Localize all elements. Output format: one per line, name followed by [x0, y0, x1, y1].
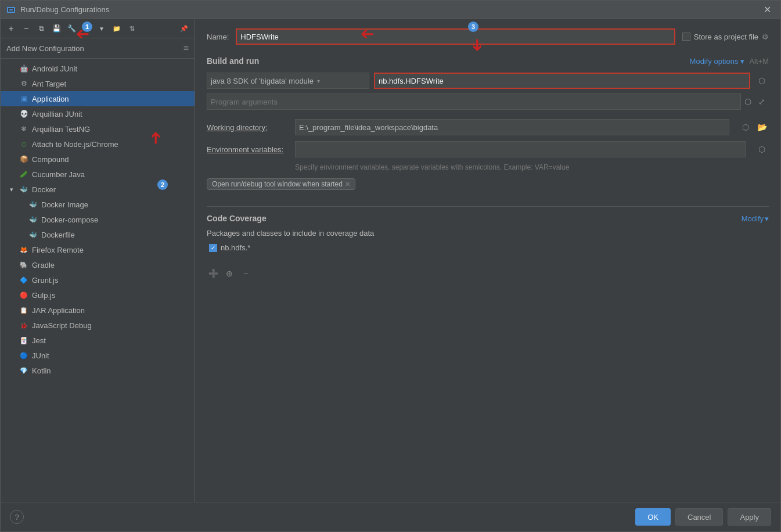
coverage-toolbar: ➕ ⊕ −	[207, 267, 769, 280]
cucumber-java-icon: 🥒	[19, 170, 28, 179]
javascript-debug-icon: 🐞	[19, 321, 28, 330]
open-folder-button[interactable]: 📁	[110, 21, 124, 35]
docker-compose-label: Docker-compose	[41, 215, 98, 224]
docker-expand-arrow[interactable]: ▾	[10, 186, 19, 193]
store-settings-gear-icon[interactable]: ⚙	[762, 33, 769, 41]
coverage-modify-chevron-icon: ▾	[765, 214, 769, 223]
working-dir-label[interactable]: Working directory:	[207, 123, 288, 132]
down-icon: ▼	[99, 26, 105, 32]
docker-icon: 🐳	[19, 185, 28, 194]
coverage-modify-button[interactable]: Modify ▾	[742, 214, 769, 223]
close-tag-button[interactable]: ✕	[345, 181, 350, 188]
sidebar-item-arquillian-junit[interactable]: 💀 Arquillian JUnit	[1, 106, 195, 121]
expand-args-icon: ⬡	[744, 97, 751, 106]
coverage-subtitle: Packages and classes to include in cover…	[207, 229, 769, 238]
sort-icon: ⇅	[129, 25, 135, 33]
help-icon: ?	[15, 513, 19, 522]
sidebar-item-jest[interactable]: 🃏 Jest	[1, 333, 195, 348]
modify-options-shortcut: Alt+M	[749, 57, 769, 66]
run-debug-dialog: Run/Debug Configurations ✕ + − ⧉ 💾	[0, 0, 781, 532]
copy-configuration-button[interactable]: ⧉	[34, 21, 48, 35]
add-coverage-item-button[interactable]: ➕	[207, 267, 219, 280]
sidebar-item-arquillian-testng[interactable]: ❄ Arquillian TestNG	[1, 121, 195, 136]
sidebar-item-kotlin[interactable]: 💎 Kotlin	[1, 363, 195, 378]
move-down-button[interactable]: ▼	[95, 21, 109, 35]
name-row: Name: Store as project file ⚙	[207, 28, 769, 45]
macro-icon: ⬡	[742, 123, 749, 132]
grunt-js-label: Grunt.js	[32, 276, 59, 285]
working-dir-row: Working directory: ⬡ 📂	[207, 119, 769, 135]
header-menu-icon[interactable]: ≡	[183, 43, 189, 53]
expand-args-button[interactable]: ⬡	[741, 95, 755, 109]
modify-options-button[interactable]: Modify options ▾ Alt+M	[690, 57, 769, 66]
add-coverage-class-button[interactable]: ⊕	[223, 267, 236, 280]
working-dir-macro-button[interactable]: ⬡	[739, 120, 753, 134]
badge-1: 1	[82, 21, 92, 32]
sidebar-item-application[interactable]: ▣ Application	[1, 91, 195, 106]
env-vars-expand-button[interactable]: ⬡	[755, 142, 769, 156]
sidebar-item-gulp-js[interactable]: 🔴 Gulp.js	[1, 287, 195, 303]
sdk-selector[interactable]: java 8 SDK of 'bigdata' module ▾	[207, 73, 369, 89]
plus-icon: +	[9, 24, 13, 33]
sdk-dropdown-arrow-icon: ▾	[317, 78, 320, 84]
modify-options-chevron-icon: ▾	[740, 57, 744, 66]
sidebar-item-android-junit[interactable]: 🤖 Android JUnit	[1, 61, 195, 76]
sidebar-item-docker-image[interactable]: 🐳 Docker Image	[1, 197, 195, 212]
title-bar: Run/Debug Configurations ✕	[1, 1, 780, 19]
working-dir-input[interactable]	[295, 119, 729, 135]
sidebar-item-compound[interactable]: 📦 Compound	[1, 152, 195, 167]
coverage-modify-label: Modify	[742, 214, 764, 223]
sidebar-item-junit[interactable]: 🔵 JUnit	[1, 348, 195, 363]
attach-node-label: Attach to Node.js/Chrome	[32, 140, 118, 149]
grunt-js-icon: 🔷	[19, 275, 28, 285]
arquillian-junit-icon: 💀	[19, 109, 28, 118]
close-button[interactable]: ✕	[760, 3, 775, 16]
sdk-value: java 8 SDK of 'bigdata' module	[211, 77, 314, 85]
sidebar-item-gradle[interactable]: 🐘 Gradle	[1, 257, 195, 272]
pin-button[interactable]: 📌	[177, 21, 191, 35]
sidebar-item-jar-application[interactable]: 📋 JAR Application	[1, 303, 195, 318]
sidebar-item-cucumber-java[interactable]: 🥒 Cucumber Java	[1, 167, 195, 182]
add-configuration-button[interactable]: +	[4, 21, 18, 35]
ok-button[interactable]: OK	[635, 508, 671, 526]
cancel-button[interactable]: Cancel	[675, 508, 723, 526]
jar-application-icon: 📋	[19, 305, 28, 315]
sidebar-item-javascript-debug[interactable]: 🐞 JavaScript Debug	[1, 318, 195, 333]
save-configuration-button[interactable]: 💾	[49, 21, 63, 35]
kotlin-icon: 💎	[19, 366, 28, 375]
apply-button[interactable]: Apply	[728, 508, 771, 526]
dialog-title: Run/Debug Configurations	[20, 5, 760, 14]
code-coverage-title: Code Coverage	[207, 214, 267, 223]
sort-button[interactable]: ⇅	[125, 21, 139, 35]
wrench-button[interactable]: 🔧	[64, 21, 78, 35]
working-dir-folder-button[interactable]: 📂	[755, 120, 769, 134]
bottom-actions: OK Cancel Apply	[635, 508, 771, 526]
open-args-fullscreen-button[interactable]: ⤢	[755, 95, 769, 109]
sidebar-item-grunt-js[interactable]: 🔷 Grunt.js	[1, 272, 195, 287]
coverage-checkbox-nbhdfs[interactable]: ✓	[209, 244, 217, 252]
badge-2-label: 2	[161, 181, 164, 188]
sidebar-item-firefox-remote[interactable]: 🦊 Firefox Remote	[1, 242, 195, 257]
docker-image-icon: 🐳	[28, 200, 38, 209]
sidebar-item-docker-compose[interactable]: 🐳 Docker-compose	[1, 212, 195, 227]
env-vars-label[interactable]: Environment variables:	[207, 145, 288, 154]
remove-coverage-item-button[interactable]: −	[239, 267, 252, 280]
firefox-remote-icon: 🦊	[19, 245, 28, 254]
sidebar-item-attach-node[interactable]: ⬡ Attach to Node.js/Chrome	[1, 136, 195, 152]
store-as-project-checkbox[interactable]	[682, 33, 690, 41]
docker-compose-icon: 🐳	[28, 215, 38, 224]
docker-label: Docker	[32, 185, 56, 194]
expand-main-class-button[interactable]: ⬡	[755, 74, 769, 88]
sidebar-item-dockerfile[interactable]: 🐳 Dockerfile	[1, 227, 195, 242]
main-class-input[interactable]	[374, 73, 750, 89]
help-button[interactable]: ?	[10, 510, 24, 524]
program-args-input[interactable]	[207, 94, 741, 110]
env-vars-input[interactable]	[295, 141, 746, 157]
sidebar-item-ant-target[interactable]: ⚙ Ant Target	[1, 76, 195, 91]
left-panel: + − ⧉ 💾 🔧 ▲ ▼	[1, 19, 195, 502]
minus-icon: −	[24, 24, 28, 33]
remove-configuration-button[interactable]: −	[19, 21, 33, 35]
name-input[interactable]	[236, 28, 675, 45]
application-icon: ▣	[19, 94, 28, 103]
open-window-tag[interactable]: Open run/debug tool window when started …	[207, 178, 355, 190]
